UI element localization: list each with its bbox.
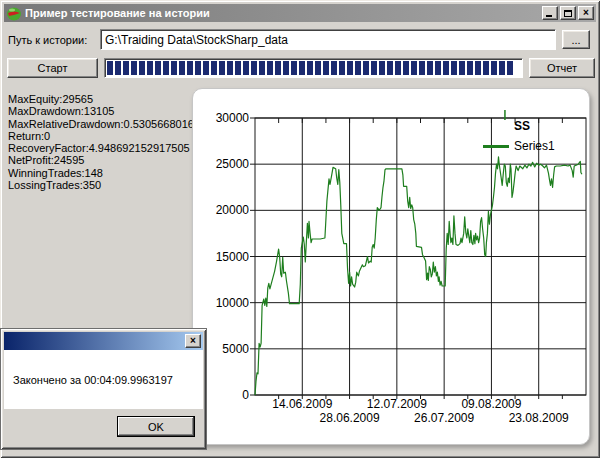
- dialog-body: Закончено за 00:04:09.9963197: [4, 350, 203, 409]
- y-axis-label: 30000: [197, 111, 249, 125]
- stat-line: NetProfit:24595: [8, 154, 194, 166]
- y-axis-label: 15000: [197, 250, 249, 264]
- stat-line: MaxDrawdown:13105: [8, 105, 194, 117]
- maximize-icon: [564, 10, 572, 17]
- legend-item: Series1: [483, 139, 561, 153]
- app-icon: [6, 6, 22, 21]
- chart-plot: [255, 118, 586, 395]
- stat-line: MaxEquity:29565: [8, 93, 194, 105]
- dialog-close-button[interactable]: ×: [185, 334, 201, 348]
- history-path-input[interactable]: [100, 29, 556, 50]
- x-axis-label: 23.08.2009: [499, 411, 579, 425]
- maximize-button[interactable]: [560, 6, 576, 20]
- chart-legend: SS Series1: [483, 119, 561, 153]
- legend-series-label: Series1: [514, 139, 555, 153]
- x-axis-label: 12.07.2009: [357, 397, 437, 411]
- stat-line: Return:0: [8, 130, 194, 142]
- y-axis-label: 10000: [197, 296, 249, 310]
- progress-fill: [107, 61, 514, 75]
- series-line: [255, 157, 582, 395]
- dialog-titlebar: ×: [4, 332, 203, 350]
- dialog-close-icon: ×: [190, 336, 196, 346]
- y-axis-label: 20000: [197, 203, 249, 217]
- x-axis-label: 26.07.2009: [404, 411, 484, 425]
- window-title: Пример тестирование на истории: [25, 7, 540, 19]
- minimize-icon: [546, 15, 552, 17]
- app-window: Пример тестирование на истории × Путь к …: [0, 0, 600, 458]
- minimize-button[interactable]: [542, 6, 558, 20]
- dialog-ok-button[interactable]: OK: [117, 416, 195, 437]
- close-button[interactable]: ×: [578, 6, 594, 20]
- completion-dialog: × Закончено за 00:04:09.9963197 OK: [0, 328, 207, 450]
- titlebar: Пример тестирование на истории ×: [4, 4, 596, 22]
- stat-line: LossingTrades:350: [8, 179, 194, 191]
- x-axis-label: 14.06.2009: [262, 397, 342, 411]
- dialog-footer: OK: [4, 409, 203, 446]
- path-label: Путь к истории:: [8, 34, 87, 46]
- report-button[interactable]: Отчет: [529, 58, 595, 78]
- close-icon: ×: [583, 8, 589, 18]
- stat-line: MaxRelativeDrawdown:0.5305668016: [8, 118, 194, 130]
- chart-title: SS: [483, 119, 561, 133]
- x-axis-label: 28.06.2009: [310, 411, 390, 425]
- stats-block: MaxEquity:29565MaxDrawdown:13105MaxRelat…: [8, 93, 194, 191]
- y-axis-label: 25000: [197, 157, 249, 171]
- progress-bar: [104, 58, 523, 78]
- legend-line-sample-icon: [483, 145, 509, 148]
- dialog-message: Закончено за 00:04:09.9963197: [13, 374, 173, 386]
- x-axis-label: 09.08.2009: [451, 397, 531, 411]
- chart-panel: SS Series1 05000100001500020000250003000…: [192, 88, 590, 445]
- browse-button[interactable]: ...: [562, 30, 590, 49]
- stat-line: WinningTrades:148: [8, 167, 194, 179]
- start-button[interactable]: Старт: [7, 58, 98, 78]
- stat-line: RecoveryFactor:4.948692152917505: [8, 142, 194, 154]
